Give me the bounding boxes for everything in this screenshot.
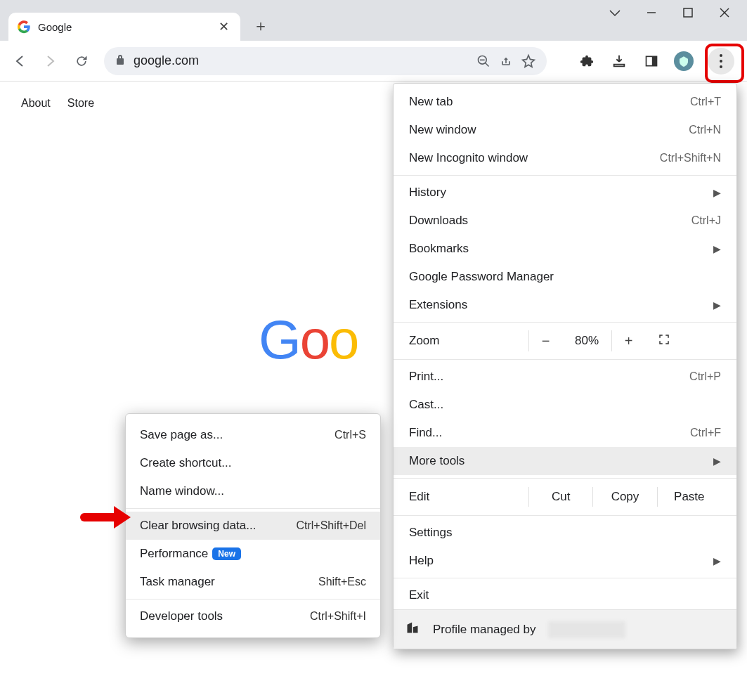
- submenu-save-page-as[interactable]: Save page as...Ctrl+S: [126, 421, 380, 449]
- star-icon[interactable]: [521, 54, 535, 68]
- new-tab-button[interactable]: ＋: [250, 15, 271, 37]
- zoom-out-button[interactable]: −: [528, 330, 562, 351]
- menu-password-manager[interactable]: Google Password Manager: [394, 263, 736, 291]
- menu-downloads[interactable]: DownloadsCtrl+J: [394, 207, 736, 235]
- menu-new-incognito[interactable]: New Incognito windowCtrl+Shift+N: [394, 144, 736, 172]
- menu-zoom: Zoom − 80% +: [394, 325, 736, 356]
- zoom-value: 80%: [562, 334, 611, 348]
- menu-find[interactable]: Find...Ctrl+F: [394, 419, 736, 447]
- submenu-arrow-icon: ▶: [713, 243, 721, 254]
- tab-title: Google: [38, 21, 212, 33]
- edit-paste[interactable]: Paste: [657, 487, 721, 507]
- store-link[interactable]: Store: [67, 97, 94, 110]
- google-logo: Goo: [259, 308, 358, 372]
- submenu-arrow-icon: ▶: [713, 187, 721, 198]
- more-tools-submenu: Save page as...Ctrl+S Create shortcut...…: [125, 413, 381, 638]
- address-bar[interactable]: google.com: [104, 47, 547, 75]
- submenu-clear-browsing-data[interactable]: Clear browsing data...Ctrl+Shift+Del: [126, 512, 380, 540]
- menu-extensions[interactable]: Extensions▶: [394, 291, 736, 319]
- edit-cut[interactable]: Cut: [528, 487, 592, 507]
- submenu-name-window[interactable]: Name window...: [126, 477, 380, 505]
- google-favicon: [17, 20, 31, 34]
- zoom-in-button[interactable]: +: [611, 330, 645, 351]
- submenu-arrow-icon: ▶: [713, 299, 721, 311]
- new-badge: New: [212, 547, 241, 560]
- menu-new-window[interactable]: New windowCtrl+N: [394, 116, 736, 144]
- menu-edit-row: Edit Cut Copy Paste: [394, 481, 736, 512]
- about-link[interactable]: About: [21, 97, 51, 110]
- window-maximize-icon[interactable]: [680, 8, 696, 20]
- menu-print[interactable]: Print...Ctrl+P: [394, 363, 736, 391]
- fullscreen-icon[interactable]: [658, 333, 670, 349]
- title-bar: Google ✕ ＋: [0, 0, 747, 41]
- back-button[interactable]: [7, 48, 32, 74]
- menu-bookmarks[interactable]: Bookmarks▶: [394, 235, 736, 263]
- reload-button[interactable]: [69, 48, 94, 74]
- annotation-arrow-icon: [82, 503, 131, 531]
- svg-marker-10: [114, 506, 131, 529]
- forward-button[interactable]: [38, 48, 63, 74]
- browser-tab[interactable]: Google ✕: [8, 13, 240, 41]
- sidepanel-icon[interactable]: [642, 51, 661, 71]
- window-controls: [592, 0, 747, 28]
- highlight-box: [705, 44, 744, 83]
- menu-profile-managed[interactable]: Profile managed by: [394, 609, 736, 649]
- menu-new-tab[interactable]: New tabCtrl+T: [394, 88, 736, 116]
- menu-exit[interactable]: Exit: [394, 581, 736, 609]
- chevron-down-icon[interactable]: [606, 8, 623, 20]
- downloads-icon[interactable]: [609, 51, 629, 71]
- submenu-performance[interactable]: PerformanceNew: [126, 540, 380, 568]
- redacted-text: [548, 621, 625, 638]
- svg-line-5: [486, 63, 489, 66]
- url-text: google.com: [134, 53, 468, 68]
- share-icon[interactable]: [499, 54, 513, 68]
- zoom-out-icon[interactable]: [476, 54, 491, 68]
- submenu-developer-tools[interactable]: Developer toolsCtrl+Shift+I: [126, 602, 380, 630]
- tab-close-icon[interactable]: ✕: [219, 19, 229, 34]
- profile-avatar[interactable]: [674, 51, 694, 71]
- edit-copy[interactable]: Copy: [592, 487, 656, 507]
- extensions-icon[interactable]: [577, 51, 597, 71]
- submenu-arrow-icon: ▶: [713, 555, 721, 566]
- menu-help[interactable]: Help▶: [394, 547, 736, 575]
- window-minimize-icon[interactable]: [643, 7, 660, 21]
- menu-cast[interactable]: Cast...: [394, 391, 736, 419]
- chrome-main-menu: New tabCtrl+T New windowCtrl+N New Incog…: [393, 83, 737, 649]
- organization-icon: [405, 621, 420, 638]
- menu-more-tools[interactable]: More tools▶: [394, 447, 736, 475]
- submenu-task-manager[interactable]: Task managerShift+Esc: [126, 568, 380, 596]
- menu-history[interactable]: History▶: [394, 179, 736, 207]
- toolbar: google.com: [0, 41, 747, 82]
- lock-icon: [115, 54, 125, 67]
- window-close-icon[interactable]: [716, 8, 733, 20]
- submenu-arrow-icon: ▶: [713, 455, 721, 467]
- svg-rect-8: [652, 56, 657, 65]
- menu-settings[interactable]: Settings: [394, 519, 736, 547]
- svg-rect-1: [684, 8, 692, 17]
- submenu-create-shortcut[interactable]: Create shortcut...: [126, 449, 380, 477]
